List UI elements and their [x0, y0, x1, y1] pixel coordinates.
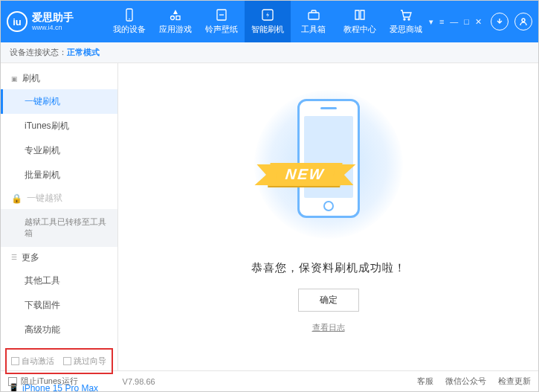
user-button[interactable] — [514, 13, 532, 30]
sidebar-item-batch[interactable]: 批量刷机 — [1, 163, 117, 187]
sidebar-section-flash[interactable]: ▣刷机 — [1, 68, 117, 89]
view-log-link[interactable]: 查看日志 — [312, 322, 345, 333]
logo-icon: iu — [7, 11, 28, 32]
sidebar-item-download[interactable]: 下载固件 — [1, 293, 117, 318]
menu-icon[interactable]: ▾ — [429, 17, 433, 27]
ok-button[interactable]: 确定 — [298, 289, 359, 312]
footer-support[interactable]: 客服 — [417, 376, 433, 387]
menu2-icon[interactable]: ≡ — [439, 17, 444, 27]
option-highlight: 自动激活 跳过向导 — [5, 348, 113, 374]
header-right: ▾ ≡ — □ ✕ — [429, 13, 532, 30]
nav-tutorials[interactable]: 教程中心 — [337, 1, 383, 42]
sidebar-item-pro[interactable]: 专业刷机 — [1, 138, 117, 163]
auto-activate-checkbox[interactable]: 自动激活 — [11, 356, 54, 367]
nav-ringtones[interactable]: 铃声壁纸 — [199, 1, 245, 42]
sidebar-section-jailbreak: 🔒一键越狱 — [1, 187, 117, 209]
toolbox-icon — [307, 8, 320, 22]
status-label: 设备连接状态： — [10, 47, 67, 58]
chevron-down-icon: ▣ — [11, 75, 18, 83]
apps-icon — [169, 8, 182, 22]
svg-rect-6 — [309, 13, 319, 19]
svg-rect-3 — [176, 16, 180, 20]
svg-point-9 — [522, 19, 525, 22]
nav-my-device[interactable]: 我的设备 — [106, 1, 152, 42]
app-title: 爱思助手 — [32, 12, 74, 23]
sidebar-item-itunes[interactable]: iTunes刷机 — [1, 114, 117, 138]
sidebar-item-advanced[interactable]: 高级功能 — [1, 318, 117, 342]
success-illustration: NEW — [254, 83, 403, 246]
download-button[interactable] — [491, 13, 509, 30]
block-itunes-checkbox[interactable] — [8, 377, 17, 386]
top-nav: 我的设备 应用游戏 铃声壁纸 智能刷机 工具箱 教程中心 爱思商城 — [106, 1, 429, 42]
status-bar: 设备连接状态： 正常模式 — [1, 42, 538, 63]
logo: iu 爱思助手 www.i4.cn — [7, 11, 106, 32]
success-message: 恭喜您，保资料刷机成功啦！ — [251, 261, 406, 275]
minimize-icon[interactable]: — — [450, 17, 458, 27]
status-mode: 正常模式 — [67, 47, 100, 58]
block-itunes-label: 阻止iTunes运行 — [21, 376, 78, 387]
svg-point-7 — [404, 19, 405, 20]
nav-apps[interactable]: 应用游戏 — [152, 1, 199, 42]
svg-point-1 — [129, 19, 130, 20]
main-panel: NEW 恭喜您，保资料刷机成功啦！ 确定 查看日志 — [118, 63, 538, 370]
svg-point-2 — [170, 16, 174, 20]
new-ribbon: NEW — [268, 163, 342, 186]
page-icon — [215, 8, 228, 22]
nav-store[interactable]: 爱思商城 — [383, 1, 429, 42]
skip-guide-checkbox[interactable]: 跳过向导 — [63, 356, 106, 367]
window-controls: ▾ ≡ — □ ✕ — [429, 17, 482, 27]
jailbreak-note: 越狱工具已转移至工具箱 — [1, 209, 117, 247]
cart-icon — [399, 8, 413, 22]
sidebar-section-more[interactable]: ☰更多 — [1, 247, 117, 269]
nav-smart-flash[interactable]: 智能刷机 — [245, 1, 291, 42]
app-header: iu 爱思助手 www.i4.cn 我的设备 应用游戏 铃声壁纸 智能刷机 工具… — [1, 1, 538, 42]
close-icon[interactable]: ✕ — [475, 17, 482, 27]
footer-update[interactable]: 检查更新 — [498, 376, 531, 387]
phone-icon — [123, 8, 136, 22]
nav-toolbox[interactable]: 工具箱 — [291, 1, 337, 42]
app-subtitle: www.i4.cn — [32, 24, 74, 31]
book-icon — [353, 8, 367, 22]
sidebar-item-oneclick[interactable]: 一键刷机 — [1, 89, 117, 114]
maximize-icon[interactable]: □ — [464, 17, 469, 27]
flash-icon — [261, 8, 274, 22]
lock-icon: 🔒 — [11, 193, 22, 204]
more-icon: ☰ — [11, 254, 17, 261]
sidebar: ▣刷机 一键刷机 iTunes刷机 专业刷机 批量刷机 🔒一键越狱 越狱工具已转… — [1, 63, 118, 370]
sidebar-item-other[interactable]: 其他工具 — [1, 269, 117, 293]
version-label: V7.98.66 — [123, 377, 155, 386]
svg-point-8 — [408, 19, 410, 20]
footer-wechat[interactable]: 微信公众号 — [445, 376, 486, 387]
